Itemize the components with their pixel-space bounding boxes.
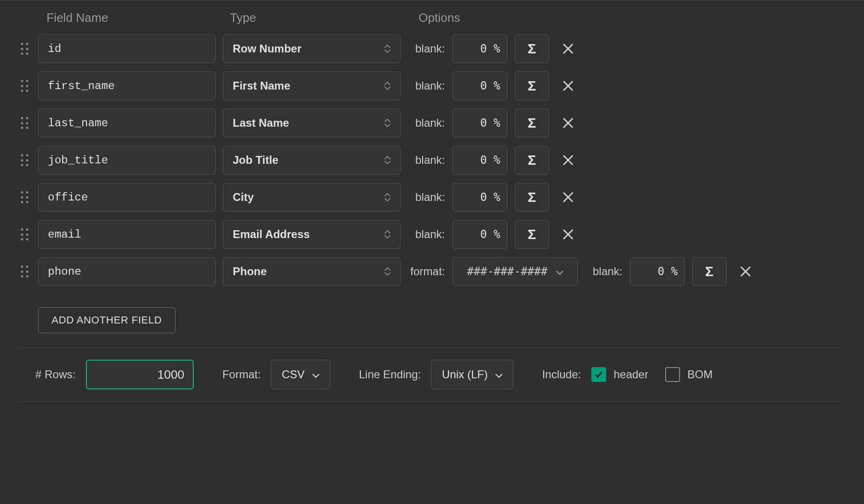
format-label: Format: — [223, 368, 261, 381]
blank-option-label: blank: — [408, 191, 445, 204]
header-checkbox-label: header — [614, 368, 648, 381]
rows-label: # Rows: — [35, 368, 76, 381]
field-row: First Name blank: Σ — [19, 71, 841, 100]
field-name-input[interactable] — [38, 257, 216, 286]
drag-handle-icon[interactable] — [19, 42, 31, 56]
updown-icon — [384, 45, 391, 53]
bom-checkbox[interactable] — [665, 367, 680, 382]
delete-field-button[interactable] — [734, 260, 757, 283]
header-options: Options — [407, 11, 460, 25]
field-type-select[interactable]: City — [223, 183, 400, 212]
blank-percent-input[interactable] — [452, 71, 507, 100]
field-type-select[interactable]: Phone — [223, 257, 400, 286]
drag-handle-icon[interactable] — [19, 153, 31, 167]
blank-option-label: blank: — [408, 228, 445, 241]
field-type-value: Row Number — [233, 42, 301, 55]
blank-percent-input[interactable] — [452, 146, 507, 174]
delete-field-button[interactable] — [556, 111, 580, 135]
blank-option-label: blank: — [408, 42, 445, 55]
header-checkbox[interactable] — [591, 367, 606, 382]
blank-option-label: blank: — [408, 116, 445, 129]
phone-format-value: ###-###-#### — [467, 265, 547, 278]
drag-handle-icon[interactable] — [19, 116, 31, 130]
line-ending-select[interactable]: Unix (LF) — [431, 360, 513, 389]
blank-option-label: blank: — [408, 154, 445, 167]
delete-field-button[interactable] — [556, 149, 580, 172]
field-type-value: City — [233, 191, 254, 204]
field-row: City blank: Σ — [19, 183, 841, 212]
bom-checkbox-label: BOM — [687, 368, 713, 381]
sigma-button[interactable]: Σ — [515, 109, 549, 137]
updown-icon — [384, 230, 391, 239]
field-name-input[interactable] — [38, 71, 216, 100]
updown-icon — [384, 82, 391, 90]
field-row: Last Name blank: Σ — [19, 109, 841, 137]
schema-builder: Field Name Type Options Row Number blank… — [0, 0, 864, 402]
caret-down-icon — [312, 368, 320, 381]
blank-percent-input[interactable] — [452, 183, 507, 212]
updown-icon — [384, 119, 391, 127]
sigma-button[interactable]: Σ — [515, 71, 549, 100]
field-options: blank: Σ — [408, 183, 580, 212]
blank-option-label: blank: — [585, 265, 622, 278]
export-options: # Rows: Format: CSV Line Ending: Unix (L… — [19, 348, 841, 402]
caret-down-icon — [556, 265, 563, 278]
field-name-input[interactable] — [38, 220, 216, 249]
format-value: CSV — [281, 368, 304, 381]
drag-handle-icon[interactable] — [19, 265, 31, 278]
field-name-input[interactable] — [38, 109, 216, 137]
updown-icon — [384, 267, 391, 276]
field-row: Row Number blank: Σ — [19, 34, 841, 63]
field-options: format: ###-###-#### blank: Σ — [408, 257, 757, 286]
field-options: blank: Σ — [408, 71, 580, 100]
sigma-button[interactable]: Σ — [515, 183, 549, 212]
blank-percent-input[interactable] — [452, 109, 507, 137]
add-field-button[interactable]: ADD ANOTHER FIELD — [38, 307, 176, 333]
field-options: blank: Σ — [408, 109, 580, 137]
sigma-button[interactable]: Σ — [515, 146, 549, 174]
line-ending-label: Line Ending: — [359, 368, 421, 381]
field-type-select[interactable]: Job Title — [223, 146, 400, 174]
format-option-label: format: — [408, 265, 445, 278]
line-ending-value: Unix (LF) — [442, 368, 488, 381]
delete-field-button[interactable] — [556, 186, 580, 209]
updown-icon — [384, 156, 391, 164]
blank-option-label: blank: — [408, 79, 445, 92]
field-options: blank: Σ — [408, 220, 580, 249]
drag-handle-icon[interactable] — [19, 79, 31, 93]
delete-field-button[interactable] — [556, 74, 580, 97]
updown-icon — [384, 193, 391, 201]
delete-field-button[interactable] — [556, 223, 580, 246]
field-name-input[interactable] — [38, 146, 216, 174]
field-name-input[interactable] — [38, 34, 216, 63]
blank-percent-input[interactable] — [452, 34, 507, 63]
drag-handle-icon[interactable] — [19, 190, 31, 204]
header-type: Type — [222, 11, 407, 25]
field-type-select[interactable]: First Name — [223, 71, 400, 100]
field-row: Email Address blank: Σ — [19, 220, 841, 249]
field-rows: Row Number blank: Σ First Name blank: Σ — [19, 34, 841, 286]
field-type-select[interactable]: Last Name — [223, 109, 400, 137]
field-options: blank: Σ — [408, 34, 580, 63]
delete-field-button[interactable] — [556, 37, 580, 60]
field-type-value: Phone — [233, 265, 267, 278]
field-type-select[interactable]: Row Number — [223, 34, 400, 63]
header-field-name: Field Name — [38, 11, 222, 25]
blank-percent-input[interactable] — [452, 220, 507, 249]
sigma-button[interactable]: Σ — [515, 220, 549, 249]
field-name-input[interactable] — [38, 183, 216, 212]
sigma-button[interactable]: Σ — [515, 34, 549, 63]
field-type-select[interactable]: Email Address — [223, 220, 400, 249]
field-type-value: First Name — [233, 79, 290, 92]
sigma-button[interactable]: Σ — [692, 257, 727, 286]
field-row: Job Title blank: Σ — [19, 146, 841, 174]
phone-format-select[interactable]: ###-###-#### — [452, 257, 578, 286]
field-row: Phone format: ###-###-#### blank: Σ — [19, 257, 841, 286]
field-options: blank: Σ — [408, 146, 580, 174]
rows-input[interactable] — [86, 360, 194, 389]
include-label: Include: — [542, 368, 581, 381]
field-type-value: Email Address — [233, 228, 310, 241]
drag-handle-icon[interactable] — [19, 227, 31, 241]
format-select[interactable]: CSV — [271, 360, 330, 389]
blank-percent-input[interactable] — [630, 257, 685, 286]
